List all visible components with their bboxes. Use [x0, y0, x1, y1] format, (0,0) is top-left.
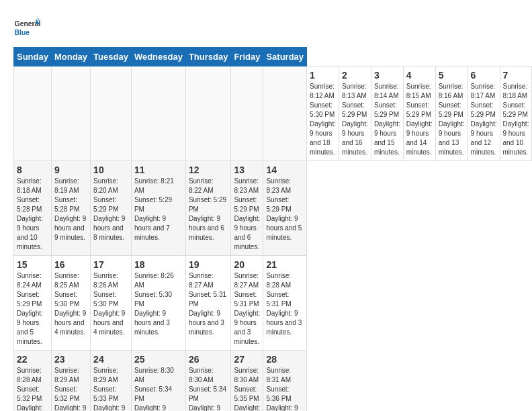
day-info: Sunrise: 8:30 AMSunset: 5:34 PMDaylight:…	[134, 367, 174, 411]
day-info: Sunrise: 8:23 AMSunset: 5:29 PMDaylight:…	[234, 177, 260, 250]
calendar-day-cell: 5Sunrise: 8:16 AMSunset: 5:29 PMDaylight…	[435, 66, 468, 161]
calendar-day-cell: 19Sunrise: 8:27 AMSunset: 5:31 PMDayligh…	[185, 256, 231, 351]
day-info: Sunrise: 8:29 AMSunset: 5:33 PMDaylight:…	[93, 367, 125, 411]
day-info: Sunrise: 8:17 AMSunset: 5:29 PMDaylight:…	[471, 83, 497, 156]
day-info: Sunrise: 8:25 AMSunset: 5:30 PMDaylight:…	[54, 272, 86, 336]
day-number: 28	[266, 354, 304, 365]
day-info: Sunrise: 8:27 AMSunset: 5:31 PMDaylight:…	[189, 272, 226, 336]
calendar-day-cell: 2Sunrise: 8:13 AMSunset: 5:29 PMDaylight…	[339, 66, 371, 161]
day-info: Sunrise: 8:29 AMSunset: 5:32 PMDaylight:…	[54, 367, 86, 411]
day-info: Sunrise: 8:28 AMSunset: 5:32 PMDaylight:…	[17, 367, 43, 411]
day-info: Sunrise: 8:13 AMSunset: 5:29 PMDaylight:…	[342, 83, 368, 156]
calendar-body: 1Sunrise: 8:12 AMSunset: 5:30 PMDaylight…	[14, 66, 532, 412]
day-number: 14	[266, 165, 304, 175]
day-info: Sunrise: 8:27 AMSunset: 5:31 PMDaylight:…	[234, 272, 260, 345]
day-header: Thursday	[185, 48, 231, 66]
calendar-day-cell: 9Sunrise: 8:19 AMSunset: 5:28 PMDaylight…	[51, 161, 90, 256]
day-number: 24	[93, 354, 128, 365]
day-number: 6	[471, 70, 497, 81]
calendar-day-cell: 10Sunrise: 8:20 AMSunset: 5:29 PMDayligh…	[91, 161, 132, 256]
calendar-day-cell	[91, 66, 132, 161]
day-header: Tuesday	[91, 48, 132, 66]
day-number: 17	[93, 259, 128, 270]
calendar-day-cell: 11Sunrise: 8:21 AMSunset: 5:29 PMDayligh…	[131, 161, 185, 256]
calendar-week-row: 8Sunrise: 8:18 AMSunset: 5:28 PMDaylight…	[14, 161, 532, 256]
calendar-day-cell: 28Sunrise: 8:31 AMSunset: 5:36 PMDayligh…	[263, 351, 307, 412]
day-header: Wednesday	[131, 48, 185, 66]
day-info: Sunrise: 8:30 AMSunset: 5:34 PMDaylight:…	[189, 367, 226, 411]
day-info: Sunrise: 8:22 AMSunset: 5:29 PMDaylight:…	[189, 177, 226, 241]
day-number: 18	[134, 259, 183, 270]
calendar-day-cell: 18Sunrise: 8:26 AMSunset: 5:30 PMDayligh…	[131, 256, 185, 351]
day-info: Sunrise: 8:16 AMSunset: 5:29 PMDaylight:…	[439, 83, 465, 156]
day-number: 15	[17, 259, 48, 270]
calendar-day-cell	[14, 66, 52, 161]
day-number: 20	[234, 259, 260, 270]
day-number: 23	[54, 354, 87, 365]
day-number: 13	[234, 165, 260, 175]
day-number: 16	[54, 259, 87, 270]
day-number: 4	[406, 70, 433, 81]
day-info: Sunrise: 8:30 AMSunset: 5:35 PMDaylight:…	[234, 367, 260, 411]
day-number: 19	[189, 259, 228, 270]
page-header: General Blue	[13, 13, 519, 40]
day-number: 26	[189, 354, 228, 365]
day-number: 21	[266, 259, 304, 270]
calendar-week-row: 15Sunrise: 8:24 AMSunset: 5:29 PMDayligh…	[14, 256, 532, 351]
day-info: Sunrise: 8:24 AMSunset: 5:29 PMDaylight:…	[17, 272, 43, 345]
calendar-day-cell: 25Sunrise: 8:30 AMSunset: 5:34 PMDayligh…	[131, 351, 185, 412]
day-info: Sunrise: 8:20 AMSunset: 5:29 PMDaylight:…	[93, 177, 125, 241]
day-info: Sunrise: 8:14 AMSunset: 5:29 PMDaylight:…	[374, 83, 400, 156]
calendar-day-cell: 3Sunrise: 8:14 AMSunset: 5:29 PMDaylight…	[371, 66, 403, 161]
calendar-day-cell: 13Sunrise: 8:23 AMSunset: 5:29 PMDayligh…	[231, 161, 263, 256]
day-number: 27	[234, 354, 260, 365]
day-number: 22	[17, 354, 48, 365]
svg-text:Blue: Blue	[15, 29, 30, 36]
calendar-day-cell: 6Sunrise: 8:17 AMSunset: 5:29 PMDaylight…	[468, 66, 500, 161]
calendar-day-cell	[51, 66, 90, 161]
day-number: 8	[17, 165, 48, 175]
calendar-day-cell: 24Sunrise: 8:29 AMSunset: 5:33 PMDayligh…	[91, 351, 132, 412]
calendar-day-cell: 17Sunrise: 8:26 AMSunset: 5:30 PMDayligh…	[91, 256, 132, 351]
calendar-day-cell: 26Sunrise: 8:30 AMSunset: 5:34 PMDayligh…	[185, 351, 231, 412]
day-number: 1	[310, 70, 336, 81]
calendar-day-cell	[231, 66, 263, 161]
day-number: 12	[189, 165, 228, 175]
day-info: Sunrise: 8:21 AMSunset: 5:29 PMDaylight:…	[134, 177, 174, 241]
day-number: 9	[54, 165, 87, 175]
calendar-day-cell	[263, 66, 307, 161]
day-header: Friday	[231, 48, 263, 66]
day-number: 10	[93, 165, 128, 175]
day-info: Sunrise: 8:28 AMSunset: 5:31 PMDaylight:…	[266, 272, 302, 336]
day-number: 2	[342, 70, 368, 81]
day-info: Sunrise: 8:15 AMSunset: 5:29 PMDaylight:…	[406, 83, 433, 156]
calendar-day-cell	[185, 66, 231, 161]
calendar-day-cell	[131, 66, 185, 161]
logo-icon: General Blue	[13, 13, 40, 40]
day-info: Sunrise: 8:23 AMSunset: 5:29 PMDaylight:…	[266, 177, 302, 241]
calendar-day-cell: 4Sunrise: 8:15 AMSunset: 5:29 PMDaylight…	[403, 66, 435, 161]
calendar-day-cell: 23Sunrise: 8:29 AMSunset: 5:32 PMDayligh…	[51, 351, 90, 412]
day-number: 5	[439, 70, 465, 81]
calendar-day-cell: 20Sunrise: 8:27 AMSunset: 5:31 PMDayligh…	[231, 256, 263, 351]
day-info: Sunrise: 8:19 AMSunset: 5:28 PMDaylight:…	[54, 177, 86, 241]
calendar-day-cell: 16Sunrise: 8:25 AMSunset: 5:30 PMDayligh…	[51, 256, 90, 351]
calendar-day-cell: 7Sunrise: 8:18 AMSunset: 5:29 PMDaylight…	[500, 66, 532, 161]
calendar-header-row: SundayMondayTuesdayWednesdayThursdayFrid…	[14, 48, 532, 66]
day-info: Sunrise: 8:31 AMSunset: 5:36 PMDaylight:…	[266, 367, 302, 411]
day-header: Sunday	[14, 48, 52, 66]
logo: General Blue	[13, 13, 43, 40]
calendar-day-cell: 14Sunrise: 8:23 AMSunset: 5:29 PMDayligh…	[263, 161, 307, 256]
day-header: Monday	[51, 48, 90, 66]
calendar-day-cell: 8Sunrise: 8:18 AMSunset: 5:28 PMDaylight…	[14, 161, 52, 256]
calendar-day-cell: 27Sunrise: 8:30 AMSunset: 5:35 PMDayligh…	[231, 351, 263, 412]
calendar-day-cell: 1Sunrise: 8:12 AMSunset: 5:30 PMDaylight…	[307, 66, 339, 161]
calendar-week-row: 1Sunrise: 8:12 AMSunset: 5:30 PMDaylight…	[14, 66, 532, 161]
day-number: 25	[134, 354, 183, 365]
calendar-week-row: 22Sunrise: 8:28 AMSunset: 5:32 PMDayligh…	[14, 351, 532, 412]
day-info: Sunrise: 8:18 AMSunset: 5:29 PMDaylight:…	[503, 83, 529, 156]
day-info: Sunrise: 8:26 AMSunset: 5:30 PMDaylight:…	[134, 272, 174, 336]
day-number: 3	[374, 70, 400, 81]
day-info: Sunrise: 8:26 AMSunset: 5:30 PMDaylight:…	[93, 272, 125, 336]
calendar-day-cell: 12Sunrise: 8:22 AMSunset: 5:29 PMDayligh…	[185, 161, 231, 256]
